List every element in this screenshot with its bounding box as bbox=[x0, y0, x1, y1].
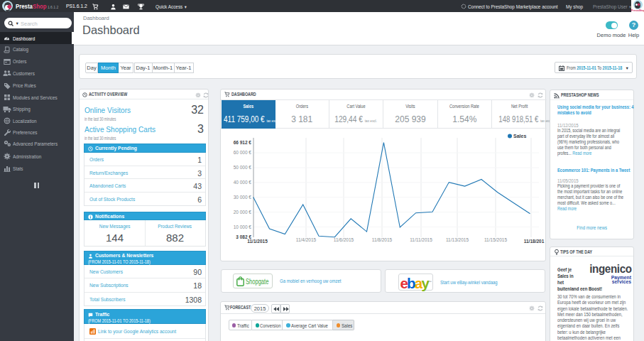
svg-text:11/18/201: 11/18/201 bbox=[524, 239, 545, 244]
svg-text:40 000 €: 40 000 € bbox=[234, 180, 252, 185]
svg-text:10 000 €: 10 000 € bbox=[234, 224, 252, 229]
svg-text:20 000 €: 20 000 € bbox=[234, 210, 252, 215]
svg-text:60 000 €: 60 000 € bbox=[234, 150, 252, 155]
svg-text:11/1/2015: 11/1/2015 bbox=[247, 239, 268, 244]
svg-text:11/4/2015: 11/4/2015 bbox=[296, 237, 317, 242]
svg-text:30 000 €: 30 000 € bbox=[234, 195, 252, 200]
svg-text:11/13/2015: 11/13/2015 bbox=[446, 237, 469, 242]
svg-text:11/8/2015: 11/8/2015 bbox=[372, 237, 393, 242]
svg-text:11/11/2015: 11/11/2015 bbox=[410, 237, 432, 242]
svg-text:66 912 €: 66 912 € bbox=[234, 140, 252, 145]
svg-text:Sales: Sales bbox=[513, 134, 526, 139]
svg-text:11/6/2015: 11/6/2015 bbox=[334, 237, 354, 242]
svg-text:11/15/2015: 11/15/2015 bbox=[484, 237, 507, 242]
svg-text:50 000 €: 50 000 € bbox=[234, 165, 252, 170]
